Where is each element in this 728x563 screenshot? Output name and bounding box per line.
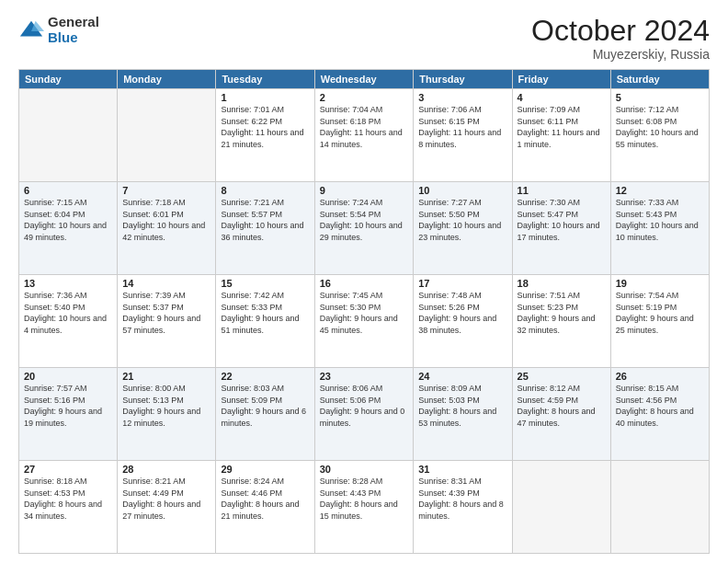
day-number: 1 — [221, 92, 309, 103]
calendar-cell: 22Sunrise: 8:03 AMSunset: 5:09 PMDayligh… — [216, 368, 314, 461]
calendar-week-row: 1Sunrise: 7:01 AMSunset: 6:22 PMDaylight… — [19, 89, 710, 182]
day-info: Sunrise: 7:48 AMSunset: 5:26 PMDaylight:… — [418, 290, 506, 336]
calendar-week-row: 27Sunrise: 8:18 AMSunset: 4:53 PMDayligh… — [19, 461, 710, 554]
day-number: 11 — [518, 185, 606, 196]
logo-icon — [18, 17, 44, 43]
calendar-cell: 18Sunrise: 7:51 AMSunset: 5:23 PMDayligh… — [512, 275, 610, 368]
day-info: Sunrise: 7:33 AMSunset: 5:43 PMDaylight:… — [616, 197, 704, 243]
day-info: Sunrise: 8:21 AMSunset: 4:49 PMDaylight:… — [122, 476, 210, 522]
day-info: Sunrise: 8:31 AMSunset: 4:39 PMDaylight:… — [418, 476, 506, 522]
day-number: 21 — [122, 371, 210, 382]
day-number: 29 — [221, 464, 309, 475]
calendar-cell: 29Sunrise: 8:24 AMSunset: 4:46 PMDayligh… — [216, 461, 314, 554]
day-number: 4 — [518, 92, 606, 103]
calendar-cell: 31Sunrise: 8:31 AMSunset: 4:39 PMDayligh… — [414, 461, 512, 554]
logo-blue-text: Blue — [48, 30, 99, 46]
logo-text: General Blue — [48, 15, 99, 45]
day-info: Sunrise: 7:24 AMSunset: 5:54 PMDaylight:… — [320, 197, 409, 243]
day-number: 14 — [122, 278, 210, 289]
day-info: Sunrise: 7:36 AMSunset: 5:40 PMDaylight:… — [24, 290, 112, 336]
day-number: 16 — [320, 278, 409, 289]
weekday-header: Sunday — [19, 70, 118, 89]
day-number: 6 — [24, 185, 112, 196]
day-info: Sunrise: 7:30 AMSunset: 5:47 PMDaylight:… — [518, 197, 606, 243]
day-number: 7 — [122, 185, 210, 196]
day-info: Sunrise: 7:57 AMSunset: 5:16 PMDaylight:… — [24, 383, 112, 429]
calendar-cell — [512, 461, 610, 554]
day-info: Sunrise: 8:12 AMSunset: 4:59 PMDaylight:… — [518, 383, 606, 429]
day-number: 23 — [320, 371, 409, 382]
calendar-cell: 23Sunrise: 8:06 AMSunset: 5:06 PMDayligh… — [314, 368, 414, 461]
day-number: 19 — [616, 278, 704, 289]
calendar-cell: 2Sunrise: 7:04 AMSunset: 6:18 PMDaylight… — [314, 89, 414, 182]
calendar-cell — [19, 89, 118, 182]
day-number: 15 — [221, 278, 309, 289]
calendar-cell: 4Sunrise: 7:09 AMSunset: 6:11 PMDaylight… — [512, 89, 610, 182]
day-number: 26 — [616, 371, 704, 382]
calendar-cell: 30Sunrise: 8:28 AMSunset: 4:43 PMDayligh… — [314, 461, 414, 554]
logo: General Blue — [18, 15, 99, 45]
month-title: October 2024 — [531, 15, 710, 47]
calendar-cell — [610, 461, 709, 554]
day-number: 27 — [24, 464, 112, 475]
day-number: 17 — [418, 278, 506, 289]
calendar-cell: 12Sunrise: 7:33 AMSunset: 5:43 PMDayligh… — [610, 182, 709, 275]
header: General Blue October 2024 Muyezerskiy, R… — [18, 15, 710, 62]
calendar-cell: 6Sunrise: 7:15 AMSunset: 6:04 PMDaylight… — [19, 182, 118, 275]
day-info: Sunrise: 8:06 AMSunset: 5:06 PMDaylight:… — [320, 383, 409, 429]
weekday-header: Thursday — [414, 70, 512, 89]
day-info: Sunrise: 7:42 AMSunset: 5:33 PMDaylight:… — [221, 290, 309, 336]
day-info: Sunrise: 7:15 AMSunset: 6:04 PMDaylight:… — [24, 197, 112, 243]
day-info: Sunrise: 7:12 AMSunset: 6:08 PMDaylight:… — [616, 104, 704, 150]
day-number: 13 — [24, 278, 112, 289]
calendar-cell: 7Sunrise: 7:18 AMSunset: 6:01 PMDaylight… — [118, 182, 216, 275]
day-info: Sunrise: 8:00 AMSunset: 5:13 PMDaylight:… — [122, 383, 210, 429]
day-number: 31 — [418, 464, 506, 475]
day-info: Sunrise: 7:21 AMSunset: 5:57 PMDaylight:… — [221, 197, 309, 243]
day-info: Sunrise: 7:04 AMSunset: 6:18 PMDaylight:… — [320, 104, 409, 150]
calendar-cell: 19Sunrise: 7:54 AMSunset: 5:19 PMDayligh… — [610, 275, 709, 368]
weekday-header: Wednesday — [314, 70, 414, 89]
calendar-cell: 21Sunrise: 8:00 AMSunset: 5:13 PMDayligh… — [118, 368, 216, 461]
day-number: 18 — [518, 278, 606, 289]
day-info: Sunrise: 8:03 AMSunset: 5:09 PMDaylight:… — [221, 383, 309, 429]
calendar-cell: 25Sunrise: 8:12 AMSunset: 4:59 PMDayligh… — [512, 368, 610, 461]
day-info: Sunrise: 7:51 AMSunset: 5:23 PMDaylight:… — [518, 290, 606, 336]
calendar-cell — [118, 89, 216, 182]
calendar-week-row: 20Sunrise: 7:57 AMSunset: 5:16 PMDayligh… — [19, 368, 710, 461]
calendar-table: SundayMondayTuesdayWednesdayThursdayFrid… — [18, 69, 710, 554]
weekday-header: Monday — [118, 70, 216, 89]
day-info: Sunrise: 7:39 AMSunset: 5:37 PMDaylight:… — [122, 290, 210, 336]
calendar-cell: 26Sunrise: 8:15 AMSunset: 4:56 PMDayligh… — [610, 368, 709, 461]
location: Muyezerskiy, Russia — [531, 47, 710, 62]
calendar-cell: 16Sunrise: 7:45 AMSunset: 5:30 PMDayligh… — [314, 275, 414, 368]
day-info: Sunrise: 7:54 AMSunset: 5:19 PMDaylight:… — [616, 290, 704, 336]
weekday-header: Tuesday — [216, 70, 314, 89]
calendar-week-row: 13Sunrise: 7:36 AMSunset: 5:40 PMDayligh… — [19, 275, 710, 368]
title-block: October 2024 Muyezerskiy, Russia — [531, 15, 710, 62]
day-number: 5 — [616, 92, 704, 103]
day-number: 22 — [221, 371, 309, 382]
day-info: Sunrise: 8:18 AMSunset: 4:53 PMDaylight:… — [24, 476, 112, 522]
day-number: 9 — [320, 185, 409, 196]
page: General Blue October 2024 Muyezerskiy, R… — [0, 0, 728, 563]
day-number: 3 — [418, 92, 506, 103]
calendar-cell: 14Sunrise: 7:39 AMSunset: 5:37 PMDayligh… — [118, 275, 216, 368]
day-number: 30 — [320, 464, 409, 475]
day-number: 20 — [24, 371, 112, 382]
calendar-cell: 3Sunrise: 7:06 AMSunset: 6:15 PMDaylight… — [414, 89, 512, 182]
calendar-cell: 1Sunrise: 7:01 AMSunset: 6:22 PMDaylight… — [216, 89, 314, 182]
calendar-cell: 17Sunrise: 7:48 AMSunset: 5:26 PMDayligh… — [414, 275, 512, 368]
weekday-header: Saturday — [610, 70, 709, 89]
day-number: 2 — [320, 92, 409, 103]
calendar-cell: 20Sunrise: 7:57 AMSunset: 5:16 PMDayligh… — [19, 368, 118, 461]
day-info: Sunrise: 8:15 AMSunset: 4:56 PMDaylight:… — [616, 383, 704, 429]
calendar-cell: 9Sunrise: 7:24 AMSunset: 5:54 PMDaylight… — [314, 182, 414, 275]
calendar-cell: 11Sunrise: 7:30 AMSunset: 5:47 PMDayligh… — [512, 182, 610, 275]
day-number: 12 — [616, 185, 704, 196]
day-info: Sunrise: 7:27 AMSunset: 5:50 PMDaylight:… — [418, 197, 506, 243]
weekday-header-row: SundayMondayTuesdayWednesdayThursdayFrid… — [19, 70, 710, 89]
calendar-cell: 24Sunrise: 8:09 AMSunset: 5:03 PMDayligh… — [414, 368, 512, 461]
calendar-cell: 28Sunrise: 8:21 AMSunset: 4:49 PMDayligh… — [118, 461, 216, 554]
calendar-cell: 15Sunrise: 7:42 AMSunset: 5:33 PMDayligh… — [216, 275, 314, 368]
